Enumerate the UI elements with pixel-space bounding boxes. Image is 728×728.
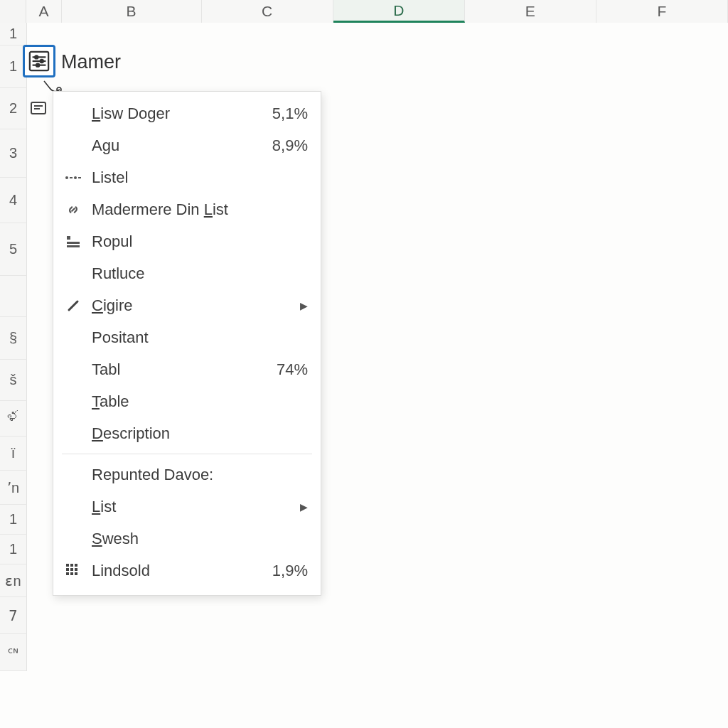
row-head[interactable]: 7̈ [0,597,27,634]
menu-item-agu[interactable]: Agu8,9% [53,129,321,161]
svg-point-12 [74,176,77,179]
menu-item-label: Repunted Davoe: [92,466,308,484]
menu-item-repunted-davoe[interactable]: Repunted Davoe: [53,459,321,491]
menu-item-label: Ropul [92,232,308,251]
menu-item-table[interactable]: Table [53,385,321,417]
chevron-right-icon: ▶ [300,300,308,311]
menu-item-listel[interactable]: Listel [53,161,321,193]
menu-item-label: Listel [92,168,308,187]
row-head[interactable]: 3 [0,129,27,178]
svg-rect-15 [67,242,80,244]
slash-icon [62,299,85,313]
menu-item-label: Cigire [92,296,300,315]
menu-item-label: Madermere Din List [92,200,308,219]
spreadsheet-sheet: ABCDEF 112345§šళïʼn11ɛn7̈ᶜᶰ Mamer Lisw D… [0,0,728,728]
menu-item-label: Lindsold [92,562,272,580]
row-head[interactable]: š [0,360,27,401]
menu-item-cigire[interactable]: Cigire▶ [53,289,321,321]
menu-item-label: List [92,498,300,516]
row-head[interactable]: ɛn [0,564,27,597]
svg-rect-22 [70,568,73,571]
dots-split-icon [62,172,85,183]
menu-item-label: Swesh [92,530,308,548]
svg-point-2 [35,55,38,58]
select-all-corner[interactable] [0,0,26,23]
menu-item-ropul[interactable]: Ropul [53,225,321,257]
row-head[interactable]: § [0,317,27,360]
svg-rect-23 [75,568,77,571]
row-head[interactable]: 1 [0,535,27,564]
link-icon [62,202,85,218]
column-head-c[interactable]: C [202,0,333,23]
svg-rect-13 [78,177,81,178]
row-head[interactable] [0,276,27,317]
row-head[interactable]: ళ [0,401,27,437]
column-head-b[interactable]: B [62,0,202,23]
menu-item-lisw-doger[interactable]: Lisw Doger5,1% [53,97,321,129]
menu-item-lindsold[interactable]: Lindsold1,9% [53,555,321,587]
row-head[interactable]: 1 [0,505,27,535]
menu-item-label: Description [92,424,308,443]
cell-b1-text[interactable]: Mamer [61,51,121,73]
row-head[interactable]: 4 [0,178,27,223]
menu-item-list[interactable]: List▶ [53,491,321,523]
menu-item-tabl[interactable]: Tabl74% [53,353,321,385]
svg-rect-18 [66,564,69,567]
menu-item-value: 74% [277,360,308,379]
svg-rect-26 [75,572,77,575]
chevron-right-icon: ▶ [300,501,308,513]
grid-icon [62,563,85,579]
menu-item-rutluce[interactable]: Rutluce [53,257,321,289]
row-head[interactable]: 2 [0,88,27,129]
menu-item-swesh[interactable]: Swesh [53,523,321,555]
stack-icon [62,235,85,249]
menu-item-value: 8,9% [272,136,308,155]
menu-item-label: Positant [92,328,308,347]
row-head[interactable]: ᶜᶰ [0,634,27,671]
row-head[interactable]: 1 [0,23,27,46]
context-menu: Lisw Doger5,1%Agu8,9%ListelMadermere Din… [53,91,321,596]
menu-item-positant[interactable]: Positant [53,321,321,353]
svg-point-10 [65,176,68,179]
menu-separator [62,454,312,454]
menu-item-madermere-din-list[interactable]: Madermere Din List [53,193,321,225]
menu-item-value: 5,1% [272,105,308,123]
menu-item-label: Table [92,392,308,411]
svg-rect-14 [67,236,70,240]
svg-rect-11 [70,177,73,178]
column-head-d[interactable]: D [333,0,465,23]
menu-item-label: Agu [92,136,272,155]
sliders-icon[interactable] [23,45,55,77]
svg-rect-21 [66,568,69,571]
svg-point-4 [41,60,43,63]
svg-rect-20 [75,564,77,567]
svg-rect-19 [70,564,73,567]
row-head[interactable]: 5 [0,223,27,276]
card-icon[interactable] [30,100,47,117]
svg-rect-24 [66,572,69,575]
row-head[interactable]: ï [0,437,27,471]
menu-item-description[interactable]: Description [53,417,321,449]
svg-line-17 [69,301,77,310]
menu-item-label: Lisw Doger [92,105,272,123]
row-head[interactable]: ʼn [0,471,27,505]
column-head-a[interactable]: A [26,0,61,23]
column-head-e[interactable]: E [465,0,596,23]
row-headers: 112345§šళïʼn11ɛn7̈ᶜᶰ [0,23,27,671]
column-head-f[interactable]: F [596,0,728,23]
svg-rect-25 [70,572,73,575]
menu-item-label: Rutluce [92,264,308,283]
svg-rect-16 [67,245,80,247]
column-headers: ABCDEF [0,0,728,23]
svg-point-6 [36,64,39,67]
menu-item-value: 1,9% [272,562,308,580]
menu-item-label: Tabl [92,360,277,379]
